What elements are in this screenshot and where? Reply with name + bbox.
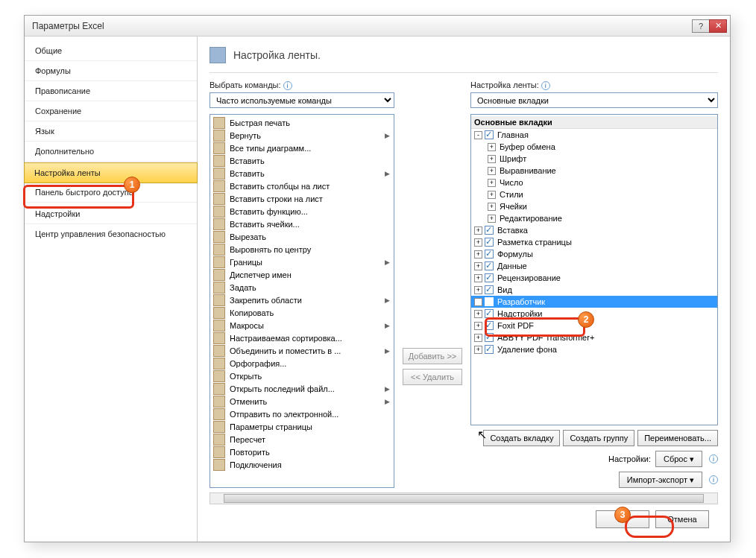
sidebar-item-proofing[interactable]: Правописание bbox=[25, 81, 197, 101]
checkbox[interactable] bbox=[485, 321, 494, 330]
tree-item[interactable]: +Ячейки bbox=[471, 200, 717, 212]
command-item[interactable]: Границы▶ bbox=[210, 256, 394, 268]
tree-item[interactable]: +Разметка страницы bbox=[471, 236, 717, 248]
tree-item[interactable]: +Надстройки bbox=[471, 308, 717, 320]
sidebar-item-save[interactable]: Сохранение bbox=[25, 101, 197, 121]
tree-item[interactable]: +Вставка bbox=[471, 224, 717, 236]
ribbon-tree[interactable]: Основные вкладки -Главная+Буфер обмена+Ш… bbox=[470, 114, 718, 425]
choose-commands-combo[interactable]: Часто используемые команды bbox=[210, 92, 394, 108]
command-item[interactable]: Вставить▶ bbox=[210, 167, 394, 180]
import-export-button[interactable]: Импорт-экспорт ▾ bbox=[619, 472, 702, 488]
expand-icon[interactable]: + bbox=[474, 250, 482, 259]
checkbox[interactable] bbox=[485, 333, 494, 342]
tree-item[interactable]: +Буфер обмена bbox=[471, 141, 717, 153]
command-item[interactable]: Вставить строки на лист bbox=[210, 192, 394, 205]
tree-item[interactable]: +ABBYY PDF Transformer+ bbox=[471, 332, 717, 343]
checkbox[interactable] bbox=[485, 309, 494, 318]
checkbox[interactable] bbox=[485, 297, 494, 306]
expand-icon[interactable]: + bbox=[474, 322, 482, 330]
sidebar-item-advanced[interactable]: Дополнительно bbox=[25, 142, 197, 162]
ok-button[interactable]: ОК bbox=[596, 510, 649, 528]
checkbox[interactable] bbox=[485, 250, 494, 259]
info-icon[interactable]: i bbox=[541, 81, 550, 90]
new-group-button[interactable]: Создать группу bbox=[563, 430, 634, 446]
command-item[interactable]: Настраиваемая сортировка... bbox=[210, 332, 394, 344]
sidebar-item-addins[interactable]: Надстройки bbox=[25, 204, 197, 224]
commands-listbox[interactable]: Быстрая печатьВернуть▶Все типы диаграмм.… bbox=[210, 114, 394, 488]
command-item[interactable]: Параметры страницы bbox=[210, 420, 394, 433]
expand-icon[interactable]: + bbox=[474, 226, 482, 235]
cancel-button[interactable]: Отмена bbox=[655, 510, 709, 528]
command-item[interactable]: Вставить функцию... bbox=[210, 205, 394, 218]
expand-icon[interactable]: - bbox=[474, 131, 482, 139]
command-item[interactable]: Вернуть▶ bbox=[210, 129, 394, 142]
expand-icon[interactable]: + bbox=[474, 298, 482, 306]
tree-item[interactable]: +Данные bbox=[471, 260, 717, 272]
command-item[interactable]: Все типы диаграмм... bbox=[210, 142, 394, 154]
reset-button[interactable]: Сброс ▾ bbox=[655, 451, 702, 467]
command-item[interactable]: Задать bbox=[210, 281, 394, 294]
info-icon[interactable]: i bbox=[709, 475, 718, 484]
command-item[interactable]: Вставить столбцы на лист bbox=[210, 180, 394, 192]
command-item[interactable]: Орфография... bbox=[210, 357, 394, 370]
checkbox[interactable] bbox=[485, 226, 494, 235]
tree-item[interactable]: +Число bbox=[471, 177, 717, 188]
expand-icon[interactable]: + bbox=[474, 262, 482, 270]
tree-item[interactable]: +Выравнивание bbox=[471, 165, 717, 177]
sidebar-item-general[interactable]: Общие bbox=[25, 41, 197, 61]
add-button[interactable]: Добавить >> bbox=[403, 348, 462, 364]
expand-icon[interactable]: + bbox=[488, 203, 496, 211]
expand-icon[interactable]: + bbox=[488, 191, 496, 199]
checkbox[interactable] bbox=[485, 261, 494, 270]
command-item[interactable]: Подключения bbox=[210, 458, 394, 471]
tree-item[interactable]: +Разработчик bbox=[471, 296, 717, 308]
expand-icon[interactable]: + bbox=[488, 167, 496, 175]
info-icon[interactable]: i bbox=[283, 81, 292, 90]
tree-item[interactable]: +Формулы bbox=[471, 248, 717, 260]
command-item[interactable]: Открыть bbox=[210, 370, 394, 382]
sidebar-item-customize-ribbon[interactable]: Настройка ленты bbox=[24, 162, 198, 183]
expand-icon[interactable]: + bbox=[474, 346, 482, 354]
command-item[interactable]: Вставить bbox=[210, 154, 394, 167]
expand-icon[interactable]: + bbox=[488, 143, 496, 151]
info-icon[interactable]: i bbox=[709, 454, 718, 463]
checkbox[interactable] bbox=[485, 238, 494, 247]
expand-icon[interactable]: + bbox=[488, 215, 496, 223]
sidebar-item-language[interactable]: Язык bbox=[25, 121, 197, 142]
expand-icon[interactable]: + bbox=[474, 310, 482, 318]
command-item[interactable]: Вырезать bbox=[210, 230, 394, 243]
command-item[interactable]: Быстрая печать bbox=[210, 116, 394, 129]
ribbon-tabs-combo[interactable]: Основные вкладки bbox=[470, 92, 718, 108]
command-item[interactable]: Открыть последний файл...▶ bbox=[210, 382, 394, 395]
tree-item[interactable]: -Главная bbox=[471, 129, 717, 141]
sidebar-item-trust-center[interactable]: Центр управления безопасностью bbox=[25, 224, 197, 244]
expand-icon[interactable]: + bbox=[488, 155, 496, 163]
remove-button[interactable]: << Удалить bbox=[403, 369, 462, 385]
tree-item[interactable]: +Рецензирование bbox=[471, 272, 717, 284]
command-item[interactable]: Повторить bbox=[210, 446, 394, 458]
command-item[interactable]: Отменить▶ bbox=[210, 395, 394, 408]
command-item[interactable]: Копировать bbox=[210, 306, 394, 319]
sidebar-item-formulas[interactable]: Формулы bbox=[25, 61, 197, 81]
checkbox[interactable] bbox=[485, 130, 494, 139]
horizontal-scrollbar[interactable] bbox=[210, 492, 718, 504]
tree-item[interactable]: +Вид bbox=[471, 284, 717, 296]
command-item[interactable]: Выровнять по центру bbox=[210, 243, 394, 256]
command-item[interactable]: Объединить и поместить в ...▶ bbox=[210, 344, 394, 357]
command-item[interactable]: Диспетчер имен bbox=[210, 268, 394, 281]
checkbox[interactable] bbox=[485, 273, 494, 282]
tree-item[interactable]: +Шрифт bbox=[471, 153, 717, 165]
command-item[interactable]: Отправить по электронной... bbox=[210, 408, 394, 420]
tree-item[interactable]: +Редактирование bbox=[471, 212, 717, 224]
expand-icon[interactable]: + bbox=[474, 238, 482, 247]
help-button[interactable]: ? bbox=[692, 19, 710, 33]
new-tab-button[interactable]: Создать вкладку bbox=[483, 430, 560, 446]
expand-icon[interactable]: + bbox=[474, 334, 482, 342]
close-button[interactable]: ✕ bbox=[709, 19, 727, 33]
command-item[interactable]: Пересчет bbox=[210, 433, 394, 446]
expand-icon[interactable]: + bbox=[474, 274, 482, 282]
expand-icon[interactable]: + bbox=[488, 179, 496, 187]
command-item[interactable]: Вставить ячейки... bbox=[210, 218, 394, 230]
tree-item[interactable]: +Удаление фона bbox=[471, 343, 717, 355]
checkbox[interactable] bbox=[485, 285, 494, 294]
